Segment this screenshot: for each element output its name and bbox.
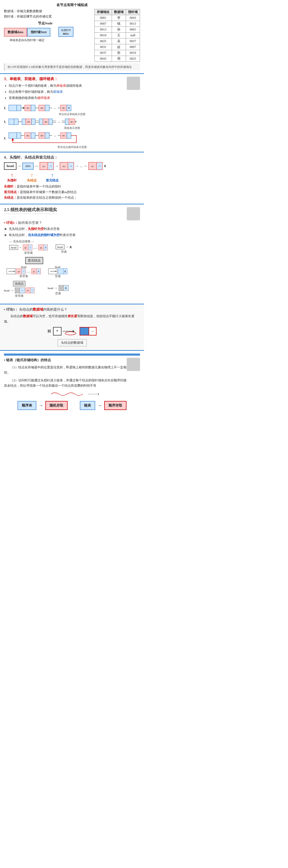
svg-rect-0 — [9, 105, 17, 111]
svg-marker-58 — [56, 271, 57, 272]
type-item-2: 结点有两个指针域的链表，称为双链表 — [9, 90, 127, 94]
up-arrow-head: ↑ — [10, 172, 13, 178]
type-item-3: 首尾相接的链表称为循环链表 — [9, 96, 127, 100]
svg-marker-67 — [98, 393, 99, 395]
def-head-ptr: 头指针：是指向链表中第一个结点的指针 — [4, 184, 140, 189]
head-ptr-label: 头指针H — [61, 28, 71, 32]
svg-rect-26 — [39, 119, 43, 125]
next-cell: 指针域Next — [27, 28, 51, 37]
svg-rect-40 — [17, 133, 21, 138]
label-first-node: 首元结点 — [46, 178, 59, 183]
diagram3-label: 带头结点循环链表示意图 — [4, 145, 140, 149]
headnode-title: 4、头指针、头结点和首元结点： — [4, 155, 140, 160]
table-cell: 0001 — [126, 27, 140, 33]
page: 各节点有两个域组成 数据域：存储元素数据数据 指针域：存储后继节点的存储位置 节… — [0, 0, 144, 413]
diagram1-label: 带头结点单链表示意图 — [4, 113, 140, 116]
table-cell: 0025 — [126, 56, 140, 62]
table-cell: 0037 — [95, 50, 112, 56]
col-pointer: 指针域 — [126, 9, 140, 15]
definitions: 头指针：是指向链表中第一个结点的指针 首元结点：是指链表中存储第一个数据元素a₁… — [4, 184, 140, 200]
seq-table-box: 顺序表 — [18, 401, 36, 410]
types-text: 结点只有一个指针域的链表，称为单链表或线性链表 结点有两个指针域的链表，称为双链… — [4, 84, 127, 100]
seq-access-box: 顺序存取 — [104, 401, 127, 410]
types-title: 3、单链表、双链表、循环链表： — [4, 76, 127, 82]
dash-2: → — [55, 164, 59, 168]
table-cell: 王 — [112, 33, 126, 38]
svg-rect-17 — [9, 119, 14, 125]
table-cell: 0001 — [95, 15, 112, 21]
diagram2-label: 双链表示意图 — [4, 126, 140, 130]
node-section: 各节点有两个域组成 数据域：存储元素数据数据 指针域：存储后继节点的存储位置 节… — [0, 0, 144, 74]
label-head-ptr: 头指针 — [7, 178, 17, 183]
hatch-svg2 — [59, 285, 64, 291]
table-cell: 郑 — [112, 50, 126, 56]
node-diagram: 数据域data 指针域Next — [4, 28, 51, 37]
svg-text:a₂: a₂ — [44, 120, 47, 123]
discussion-1-title: ▪ 讨论1：如何表示空表？ — [4, 220, 140, 225]
data-cell: 数据域data — [4, 28, 27, 37]
svg-text:a₂: a₂ — [40, 134, 43, 137]
label-head-node: 头结点 — [27, 178, 37, 183]
table-cell: 孙 — [112, 27, 126, 33]
head-box: head — [4, 162, 17, 170]
single-ll-diagram: a₁ a₂ ... aₙ ∧ — [7, 104, 76, 112]
circular-ll-diagram: a₁ a₂ ... aₙ — [7, 131, 84, 145]
random-access-box: 随机存取 — [45, 401, 68, 410]
person-image-3 — [127, 358, 140, 371]
d3-marker: ▪ 讨论3： — [4, 307, 18, 311]
svg-rect-39 — [9, 133, 17, 138]
table-cell: 0007 — [95, 21, 112, 27]
table-cell: 吴 — [112, 38, 126, 44]
table-cell: 0007 — [126, 44, 140, 50]
discussion-3-section: ▪ 讨论3： 头结点的数据域内装的是什么？ 头结点的数据域可以为空，也可存放线性… — [0, 305, 144, 351]
up-arrow-headnode: ↑ — [31, 172, 33, 178]
double-ll-diagram: a₁ a₂ ... aₙ ∧ — [7, 118, 76, 126]
bullet-2: ➤ — [4, 233, 7, 237]
chain-point-1: （1）结点在存储器中的位置是任意的，即逻辑上相邻的数据元素在物理上不一定相邻。 — [4, 365, 127, 375]
dash-3: → — [84, 164, 87, 168]
svg-text:∧: ∧ — [75, 120, 76, 123]
table-cell: 0031 — [95, 44, 112, 50]
table-row: 0001李0043 — [95, 15, 140, 21]
svg-rect-1 — [17, 105, 21, 111]
types-section: 3、单链表、双链表、循环链表： 结点只有一个指针域的链表，称为单链表或线性链表 … — [0, 74, 144, 153]
table-cell: 钱 — [112, 21, 126, 27]
table-row: 0025吴0037 — [95, 38, 140, 44]
section-25: 2.5 线性表的链式表示和现实 ▪ 讨论1：如何表示空表？ ➤ 无头结点时，头指… — [0, 205, 144, 305]
node-label: 节点Node — [4, 21, 87, 26]
table-cell: 赵 — [112, 44, 126, 50]
bottom-boxes: 顺序表 → 随机存取 链表 → 顺序存取 — [4, 401, 140, 410]
svg-text:...: ... — [54, 133, 56, 137]
person-image-2 — [127, 207, 140, 220]
svg-text:∧: ∧ — [68, 106, 70, 109]
head-ptr-box: 头指针H 0031 — [58, 27, 73, 37]
an-node: aₙ→ — [88, 162, 103, 170]
null-symbol: ∧ — [104, 164, 106, 168]
svg-rect-23 — [32, 119, 35, 125]
arrow-1: → — [38, 403, 43, 408]
node-section-title: 各节点有两个域组成 — [4, 3, 140, 7]
h-label: H — [47, 329, 51, 334]
first-node-label: 首元结点 — [28, 258, 40, 262]
col-data: 数据域 — [112, 9, 126, 15]
table-row: 0043周0025 — [95, 56, 140, 62]
head-data-caption: 头结点的数据域 — [58, 339, 87, 346]
table-row: 0019王null — [95, 33, 140, 38]
svg-rect-35 — [65, 119, 69, 125]
headnode-section: 4、头指针、头结点和首元结点： head → info — a₁→ → a₂→ … — [0, 153, 144, 205]
table-row: 0037郑0019 — [95, 50, 140, 56]
head-ptr-svg — [7, 269, 15, 274]
dots: → — [75, 164, 79, 168]
def-first-node: 首元结点：是指链表中存储第一个数据元素a₁的结点 — [4, 190, 140, 194]
d3-title: ▪ 讨论3： 头结点的数据域内装的是什么？ — [4, 307, 140, 312]
head-node-diagram: H • → — [4, 327, 140, 336]
d1-item2: ➤ 有头结点时，当头结点的指针域为空时表示空表 — [4, 233, 140, 237]
def-head-node: 头结点：是在链表的首元结点之前附设的一个结点； — [4, 195, 140, 200]
up-arrow-first: ↑ — [51, 172, 54, 178]
hatch-svg — [15, 288, 20, 293]
chain-box: 链表 — [80, 401, 95, 410]
l-label-2: L — [4, 120, 6, 124]
dash-1: — — [35, 164, 38, 168]
type-item-1: 结点只有一个指针域的链表，称为单链表或线性链表 — [9, 84, 127, 88]
person-image — [127, 76, 140, 90]
